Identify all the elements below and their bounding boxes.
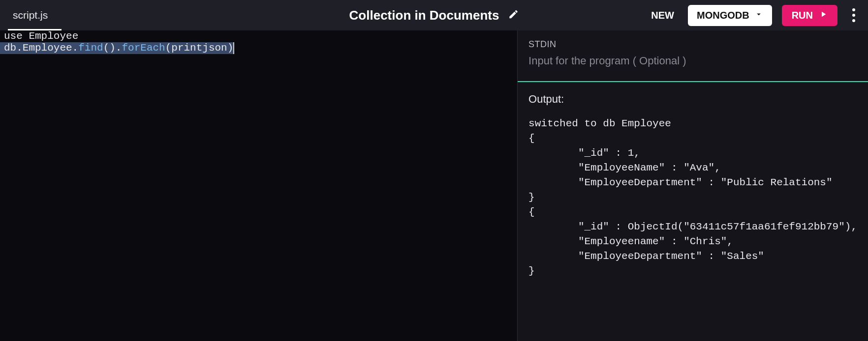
token-function: find [78, 42, 103, 54]
stdin-block: STDIN [518, 30, 868, 82]
token-function: forEach [122, 42, 165, 54]
tab-script-js[interactable]: script.js [8, 0, 62, 30]
code-line-2: db.Employee.find().forEach(printjson) [0, 42, 234, 54]
more-menu-icon[interactable] [847, 5, 860, 25]
stdin-input[interactable] [528, 55, 857, 67]
token-text: (printjson) [165, 42, 234, 54]
io-pane: STDIN Output: switched to db Employee { … [517, 30, 868, 341]
language-select[interactable]: MONGODB [688, 5, 772, 26]
language-label: MONGODB [697, 10, 749, 21]
token-text: (). [103, 42, 122, 54]
code-line-1: use Employee [0, 30, 517, 42]
token-text: Employee [23, 30, 78, 42]
token-keyword: use [4, 30, 23, 42]
run-label: RUN [792, 10, 813, 21]
token-text: db.Employee. [4, 42, 78, 54]
stdin-label: STDIN [528, 39, 857, 50]
title-wrap: Collection in Documents [349, 8, 519, 23]
run-button[interactable]: RUN [782, 5, 837, 26]
edit-title-icon[interactable] [508, 9, 519, 22]
file-tabs: script.js [8, 0, 62, 30]
header-controls: NEW MONGODB RUN [647, 5, 860, 26]
output-text: switched to db Employee { "_id" : 1, "Em… [528, 116, 857, 279]
output-label: Output: [528, 93, 857, 106]
chevron-down-icon [754, 10, 763, 21]
code-editor[interactable]: use Employee db.Employee.find().forEach(… [0, 30, 517, 341]
main-body: use Employee db.Employee.find().forEach(… [0, 30, 868, 341]
output-block: Output: switched to db Employee { "_id" … [518, 82, 868, 341]
code-line-2-wrap: db.Employee.find().forEach(printjson) [0, 42, 517, 54]
play-icon [819, 10, 828, 21]
new-button[interactable]: NEW [647, 7, 678, 24]
app-header: script.js Collection in Documents NEW MO… [0, 0, 868, 30]
page-title[interactable]: Collection in Documents [349, 8, 499, 23]
